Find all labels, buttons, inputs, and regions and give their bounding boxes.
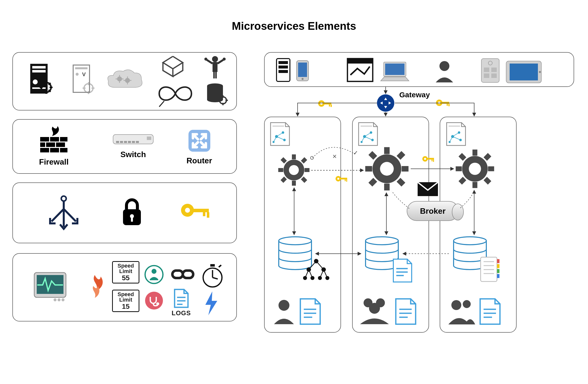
svg-point-127 (320, 102, 323, 105)
svg-marker-122 (384, 98, 387, 100)
svg-point-196 (424, 158, 426, 160)
svg-point-235 (369, 303, 380, 314)
svg-line-95 (219, 265, 221, 267)
svg-rect-199 (433, 160, 434, 162)
svg-point-239 (451, 300, 461, 310)
infinity-icon (152, 80, 199, 107)
svg-rect-227 (497, 269, 499, 273)
svg-rect-187 (484, 153, 491, 161)
svg-rect-120 (510, 64, 538, 80)
svg-rect-134 (447, 104, 448, 106)
svg-point-121 (539, 71, 541, 73)
logs-label: LOGS (172, 309, 191, 317)
svg-point-132 (438, 102, 440, 104)
svg-rect-164 (278, 168, 283, 172)
svg-point-82 (54, 298, 57, 301)
svg-rect-117 (484, 73, 489, 78)
speed-limit-55: Speed Limit 55 (112, 261, 139, 283)
svg-rect-15 (75, 67, 88, 69)
svg-rect-169 (301, 176, 307, 183)
load-balancer-icon (48, 194, 80, 231)
svg-point-219 (454, 237, 486, 245)
router-icon: Router (186, 128, 212, 165)
open-box-icon (159, 55, 186, 77)
svg-rect-182 (472, 149, 477, 156)
svg-rect-32 (213, 72, 215, 78)
svg-rect-176 (369, 151, 377, 160)
svg-rect-58 (124, 141, 127, 143)
svg-rect-228 (497, 274, 499, 278)
svg-rect-183 (472, 182, 477, 188)
bolt-icon (204, 291, 219, 316)
svg-rect-2 (32, 70, 46, 72)
svg-point-16 (76, 73, 79, 76)
svg-point-84 (62, 298, 64, 301)
svg-rect-128 (324, 103, 331, 105)
svg-point-86 (152, 269, 156, 274)
svg-rect-129 (329, 105, 330, 106)
svg-text:V: V (82, 71, 86, 77)
svg-point-85 (145, 266, 163, 283)
svg-point-83 (58, 298, 61, 301)
svg-rect-185 (488, 166, 494, 171)
service-gear-icon-2 (365, 146, 409, 191)
panel-clients (264, 52, 574, 87)
svg-rect-165 (305, 168, 309, 172)
cloud-gears-icon (105, 68, 144, 95)
svg-line-70 (52, 209, 64, 221)
svg-rect-52 (40, 148, 49, 152)
key-icon-gateway-left (317, 98, 332, 109)
svg-rect-31 (213, 62, 217, 72)
server-icon (28, 63, 55, 97)
svg-line-34 (206, 60, 213, 64)
svg-line-29 (159, 101, 164, 107)
firewall-label: Firewall (39, 157, 68, 167)
svg-rect-226 (497, 264, 499, 268)
svg-rect-57 (120, 141, 123, 143)
svg-rect-189 (484, 177, 491, 184)
monitor-pulse-icon (33, 271, 67, 303)
svg-point-171 (380, 162, 394, 175)
svg-rect-105 (298, 63, 307, 77)
laptop-icon (379, 61, 411, 83)
panel-monitoring: Speed Limit 55 Speed Limit 15 (12, 253, 237, 321)
svg-rect-115 (484, 68, 489, 72)
svg-rect-62 (147, 137, 151, 140)
contract-doc-icon-1 (269, 122, 291, 146)
user-silhouette-icon (433, 59, 456, 83)
svg-rect-175 (402, 166, 409, 172)
svg-point-87 (145, 292, 163, 310)
panel-infrastructure: V (12, 52, 237, 110)
speed-limit-2-label: Speed Limit (113, 292, 139, 303)
svg-line-211 (305, 270, 309, 278)
svg-rect-60 (132, 141, 135, 143)
browser-window-icon (346, 58, 374, 82)
svg-rect-135 (448, 104, 450, 106)
svg-rect-184 (456, 166, 462, 171)
user-icon-1 (272, 298, 296, 325)
database-gear-icon (205, 82, 230, 107)
svg-line-98 (213, 278, 218, 279)
contract-doc-icon-3 (445, 122, 467, 146)
speed-limit-2-value: 15 (122, 303, 129, 310)
document-icon-2 (394, 298, 417, 325)
svg-rect-178 (369, 178, 377, 186)
diagram-title: Microservices Elements (232, 20, 356, 32)
users-icon-3 (446, 297, 476, 325)
svg-line-209 (309, 261, 316, 270)
svg-point-37 (223, 58, 226, 61)
notebook-tabs-icon (479, 256, 501, 283)
svg-rect-61 (136, 141, 139, 143)
svg-rect-77 (192, 209, 209, 212)
svg-rect-79 (207, 212, 209, 218)
svg-marker-99 (205, 291, 217, 315)
svg-rect-166 (280, 157, 287, 163)
flame-icon (82, 274, 107, 303)
svg-marker-111 (381, 77, 409, 81)
svg-rect-49 (40, 142, 45, 147)
key-icon (179, 200, 211, 225)
lock-icon (120, 198, 144, 228)
svg-rect-192 (340, 178, 347, 179)
svg-point-201 (279, 237, 311, 245)
mail-icon (417, 181, 439, 197)
